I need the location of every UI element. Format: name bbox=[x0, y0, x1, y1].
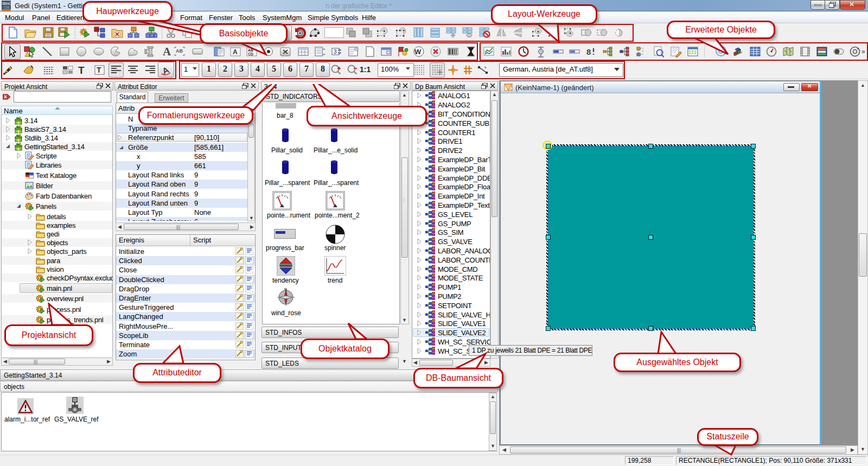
svg-text:OA: OA bbox=[4, 5, 9, 9]
svg-text:WinC: WinC bbox=[2, 2, 11, 5]
svg-text:N: N bbox=[284, 288, 287, 291]
